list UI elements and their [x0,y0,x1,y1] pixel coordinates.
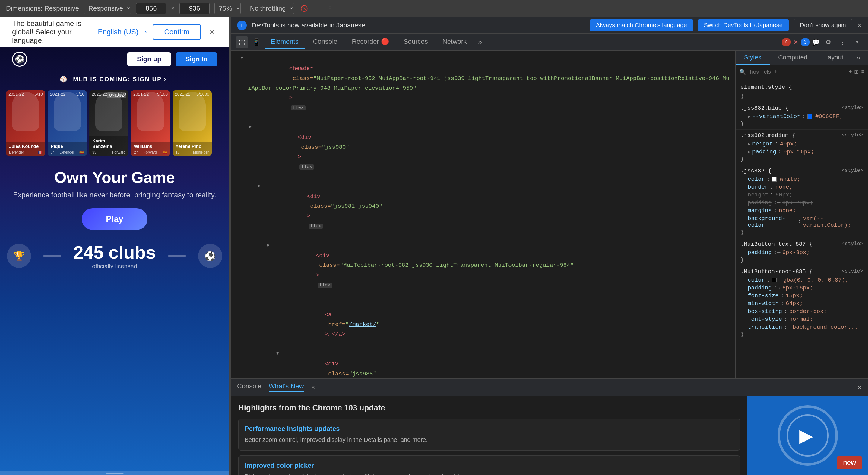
language-bar-close-button[interactable]: × [207,27,217,37]
viewport-height-input[interactable]: 936 [180,3,210,14]
css-block-muibutton-text: .MuiButton-text-887 { <style> padding :→… [736,238,868,266]
expand-icon[interactable] [241,54,246,62]
css-selector: .jss882 { [740,168,772,174]
website-content: ⚽ Sign up Sign In ⚾ MLB IS COMING: SIGN … [0,47,229,475]
expand-icon[interactable] [276,350,281,358]
settings-icon[interactable]: ⚙ [822,36,834,48]
dont-show-again-button[interactable]: Don't show again [794,19,852,31]
confirm-button[interactable]: Confirm [153,24,201,40]
css-prop-value: none; [775,184,793,190]
more-css-icon[interactable]: ≡ [861,68,864,75]
css-property-strikethrough: padding :→ 0px 20px; [740,199,863,207]
more-options-button[interactable]: ⋮ [324,3,335,14]
player-card[interactable]: 2021-225/1000 Yeremi Pino 18Midfielder [173,90,212,156]
dimensions-label: Dimensions: Responsive [6,4,79,12]
css-close-brace: } [740,331,863,338]
html-line[interactable]: <a href="/market/" >…</a> [231,300,735,349]
css-tab-layout[interactable]: Layout [816,51,852,65]
expand-icon[interactable] [267,241,272,249]
devtools-bottom-panel: Console What's New × × Highlights from t… [231,379,868,475]
scroll-handle[interactable] [0,471,229,475]
tab-network[interactable]: Network [436,35,473,49]
signin-button[interactable]: Sign In [176,52,217,66]
css-selector: .MuiButton-text-887 { [740,241,812,247]
bottom-tab-console[interactable]: Console [237,382,261,392]
css-more-button[interactable]: » [852,52,864,64]
devtools-info-close-button[interactable]: × [857,21,862,30]
css-selector: .jss882.medium { [740,132,795,139]
html-content: <div class="jss980" > flex [256,123,349,181]
html-line[interactable]: <header class="MuiPaper-root-952 MuiAppB… [231,54,735,122]
html-content: <header class="MuiPaper-root-952 MuiAppB… [248,54,731,122]
player-card[interactable]: 2021-225/10 Jules Koundé Defender🇫🇷 [6,90,45,156]
bottom-tab-whatsnew[interactable]: What's New [269,382,304,392]
expand-icon[interactable] [249,123,254,131]
more-devtools-button[interactable]: ⋮ [837,36,849,48]
css-tab-styles[interactable]: Styles [736,51,770,65]
divider-left [43,255,61,257]
mlb-banner[interactable]: ⚾ MLB IS COMING: SIGN UP › [0,71,229,87]
css-selector: element.style { [740,84,863,91]
css-expand-icon[interactable]: ▶ [748,114,750,119]
html-panel[interactable]: <header class="MuiPaper-root-952 MuiAppB… [231,51,735,379]
css-colon: : [774,207,777,214]
mlb-text: MLB IS COMING: SIGN UP › [73,76,166,82]
css-selector-row: .MuiButton-text-887 { <style> [740,241,863,249]
css-prop-value: 15px; [786,292,803,299]
css-filter-input[interactable] [748,68,846,75]
language-selector[interactable]: English (US) [98,28,138,36]
tab-sources[interactable]: Sources [398,35,434,49]
html-line[interactable]: <div class="jss980" > flex [231,122,735,182]
css-colon: : [767,277,770,284]
tab-console[interactable]: Console [307,35,343,49]
play-icon[interactable]: ▶ [799,425,813,446]
toggle-element-state-icon[interactable]: ⊞ [854,68,859,75]
css-property: font-size : 15px; [740,292,863,300]
html-line[interactable]: <div class="MuiToolbar-root-982 jss930 l… [231,241,735,300]
css-prop-value: 60px; [775,191,793,198]
css-prop-name: height [748,191,768,198]
card-details: 27Forward🇪🇸 [134,150,167,154]
css-expand-icon[interactable]: ▶ [748,149,750,155]
inspect-element-tool[interactable]: ⬚ [236,36,248,48]
player-country-flag: 🇫🇷 [38,150,42,154]
css-expand-icon[interactable]: ▶ [748,141,750,147]
whatsnew-card-title: Performance Insights updates [245,425,734,433]
add-rule-icon[interactable]: + [849,68,852,75]
match-language-button[interactable]: Always match Chrome's language [590,19,693,31]
css-close-brace: } [740,93,863,99]
zoom-dropdown[interactable]: 75% [214,3,241,14]
color-swatch[interactable] [772,278,777,283]
css-prop-value: #0066FF; [807,113,843,120]
html-line[interactable]: <div class="jss981 jss940" > flex [231,182,735,241]
css-property-strikethrough: height : 60px; [740,191,863,199]
site-logo: ⚽ [12,52,27,67]
tab-elements[interactable]: Elements [265,35,305,49]
more-tabs-button[interactable]: » [475,37,485,48]
css-source: <style> [842,268,863,276]
player-card[interactable]: 2021-225/10 Piqué 34Defender🇪🇸 [48,90,87,156]
dimensions-dropdown[interactable]: Responsive [84,3,131,14]
player-card[interactable]: 2021-225/100 Williams 27Forward🇪🇸 [131,90,170,156]
color-swatch[interactable] [772,177,777,182]
signup-button[interactable]: Sign up [127,52,171,66]
bottom-panel-close-button[interactable]: × [857,383,862,392]
throttling-dropdown[interactable]: No throttling [246,3,294,14]
switch-japanese-button[interactable]: Switch DevTools to Japanese [698,19,789,31]
css-tab-computed[interactable]: Computed [770,51,816,65]
device-emulation-tool[interactable]: 📱 [250,36,262,48]
player-country-flag: 🇪🇸 [79,150,84,154]
expand-icon[interactable] [258,182,263,190]
warning-badge: 3 [801,38,810,46]
tab-recorder[interactable]: Recorder 🔴 [346,35,395,49]
viewport-width-input[interactable]: 856 [136,3,166,14]
whatsnew-tab-close-button[interactable]: × [311,384,315,391]
block-icon[interactable]: 🚫 [299,3,310,14]
player-card[interactable]: 2021-225/33 UNIQUE Karim Benzema 33Forwa… [89,90,128,156]
color-swatch[interactable] [807,114,812,119]
html-line[interactable]: <div class="jss988" ></div> flex [231,349,735,379]
css-prop-name: transition [748,324,782,330]
play-button[interactable]: Play [82,208,148,230]
close-devtools-button[interactable]: × [851,36,863,48]
player-position: Forward [144,150,157,154]
